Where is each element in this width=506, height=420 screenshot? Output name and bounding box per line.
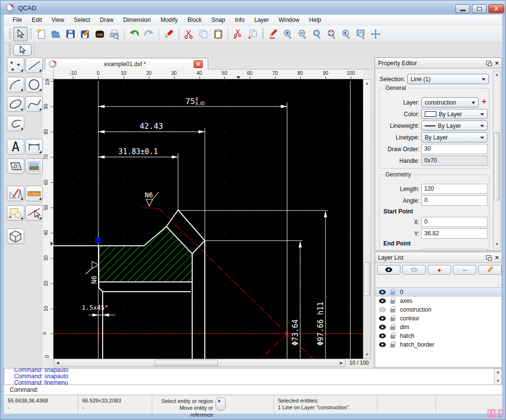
menu-item-modify[interactable]: Modify [156, 15, 182, 25]
scroll-right-arrow[interactable]: ▶ [338, 359, 345, 367]
float-panel-icon[interactable] [486, 255, 491, 260]
pan-button[interactable] [368, 27, 383, 41]
add-layer-button[interactable]: + [428, 265, 451, 275]
float-panel-icon[interactable] [486, 61, 491, 65]
show-all-layers-button[interactable] [377, 265, 400, 275]
menu-item-dimension[interactable]: Dimension [118, 15, 156, 25]
layer-row-axes[interactable]: axes [375, 297, 502, 305]
menu-item-snap[interactable]: Snap [207, 15, 230, 25]
dimension-tool-button[interactable] [25, 139, 43, 155]
close-button[interactable]: X [488, 4, 504, 13]
draw-pencil-button[interactable] [266, 27, 281, 41]
line-tool-button[interactable] [25, 57, 43, 73]
horizontal-scrollbar[interactable]: ◀ ▶ [54, 359, 345, 367]
close-panel-icon[interactable]: × [495, 61, 499, 66]
redo-button[interactable] [142, 27, 156, 41]
layer-list-header[interactable]: Layer List × [375, 252, 502, 263]
solid-tool-button[interactable] [7, 228, 24, 244]
polyline-tool-button[interactable] [7, 116, 24, 131]
menu-item-edit[interactable]: Edit [27, 15, 47, 25]
angle-input[interactable]: 0 [421, 195, 488, 206]
previous-view-button[interactable] [339, 27, 354, 41]
layer-combobox[interactable]: construction [421, 97, 479, 107]
layer-lock-icon[interactable] [390, 300, 395, 304]
horizontal-scroll-thumb[interactable] [155, 360, 218, 366]
copy-with-reference-button[interactable]: + [245, 27, 260, 41]
selection-combobox[interactable]: Line (1) [407, 74, 489, 84]
zoom-in-button[interactable] [281, 27, 295, 41]
text-tool-button[interactable]: A [7, 139, 24, 155]
layer-visibility-eye-icon[interactable] [379, 325, 386, 330]
menu-item-view[interactable]: View [47, 15, 69, 25]
block-tool-button[interactable]: + [7, 205, 24, 221]
scroll-up-arrow[interactable]: ▲ [363, 80, 371, 87]
menu-item-block[interactable]: Block [182, 15, 206, 25]
layer-lock-icon[interactable] [390, 335, 395, 339]
cut-button[interactable] [181, 27, 196, 41]
undo-button[interactable] [127, 27, 142, 41]
layer-lock-icon[interactable] [390, 326, 395, 330]
menu-item-select[interactable]: Select [69, 15, 95, 25]
scroll-down-arrow[interactable]: ▼ [363, 351, 371, 358]
linetype-combobox[interactable]: By Layer [421, 132, 488, 142]
window-zoom-button[interactable] [354, 27, 368, 41]
open-file-button[interactable] [49, 27, 63, 41]
close-panel-icon[interactable]: × [495, 255, 499, 260]
layer-visibility-eye-icon[interactable] [379, 316, 386, 321]
paste-button[interactable] [211, 27, 225, 41]
menu-item-draw[interactable]: Draw [95, 15, 118, 25]
menu-item-layer[interactable]: Layer [250, 15, 274, 25]
cut-with-reference-button[interactable]: + [231, 27, 245, 41]
drawing-canvas[interactable]: 75 0 0.05 42.43 31.83±0.1 1.5x45° Φ73.64… [54, 79, 363, 359]
restore-button[interactable] [472, 4, 487, 13]
hide-all-layers-button[interactable] [402, 265, 426, 275]
selection-tool-button-2[interactable] [13, 44, 32, 56]
zoom-selection-button[interactable] [325, 27, 339, 41]
layer-lock-icon[interactable] [390, 317, 395, 321]
layer-visibility-eye-icon[interactable] [379, 307, 386, 312]
property-editor-header[interactable]: Property Editor × [375, 58, 502, 69]
layer-row-0[interactable]: 0 [375, 288, 502, 297]
zoom-out-button[interactable] [295, 27, 310, 41]
ellipse-tool-button[interactable] [7, 96, 24, 112]
save-button[interactable] [63, 27, 78, 41]
misc-draw-tool-button[interactable] [7, 186, 24, 201]
layer-visibility-eye-icon[interactable] [379, 342, 386, 347]
start-x-input[interactable]: 0 [421, 217, 488, 227]
document-tab[interactable]: example01.dxf * ✕ [45, 58, 208, 70]
remove-layer-button[interactable]: − [453, 265, 476, 275]
lineweight-combobox[interactable]: By Layer [421, 121, 488, 131]
vertical-scrollbar[interactable]: ▲ ▼ [363, 79, 371, 359]
image-tool-button[interactable] [25, 158, 43, 174]
start-y-input[interactable]: 36.82 [421, 228, 488, 239]
arc-tool-button[interactable] [7, 77, 24, 92]
menu-item-info[interactable]: Info [230, 15, 250, 25]
hatch-tool-button[interactable] [7, 158, 24, 174]
property-scroll-thumb[interactable] [494, 132, 500, 200]
print-preview-button[interactable] [107, 27, 122, 41]
menu-item-file[interactable]: File [8, 15, 27, 25]
add-layer-button[interactable]: + [482, 97, 487, 106]
selection-reference-marker[interactable] [95, 238, 101, 243]
document-tab-close-button[interactable]: ✕ [194, 60, 203, 68]
new-file-button[interactable] [34, 27, 49, 41]
copy-button[interactable] [196, 27, 211, 41]
select-entity-tool-button[interactable] [25, 205, 43, 221]
delete-button[interactable] [162, 27, 176, 41]
selection-tool-button[interactable] [13, 27, 28, 41]
command-history-scrollbar[interactable]: ▲ ▼ [494, 368, 502, 385]
layer-row-hatch[interactable]: hatch [375, 332, 502, 340]
layer-row-construction[interactable]: construction [375, 305, 502, 314]
layer-row-dim[interactable]: dim [375, 323, 502, 332]
length-input[interactable]: 120 [421, 184, 488, 194]
auto-zoom-button[interactable] [310, 27, 325, 41]
draw-order-input[interactable]: 30 [421, 144, 488, 154]
point-tool-button[interactable] [7, 57, 24, 73]
layer-lock-icon[interactable] [390, 344, 395, 348]
save-as-button[interactable] [78, 27, 92, 41]
scroll-left-arrow[interactable]: ◀ [54, 359, 61, 367]
minimize-button[interactable] [455, 4, 470, 13]
end-x-input[interactable]: 120 [421, 249, 488, 250]
edit-layer-button[interactable] [478, 265, 502, 275]
menu-item-help[interactable]: Help [304, 15, 326, 25]
